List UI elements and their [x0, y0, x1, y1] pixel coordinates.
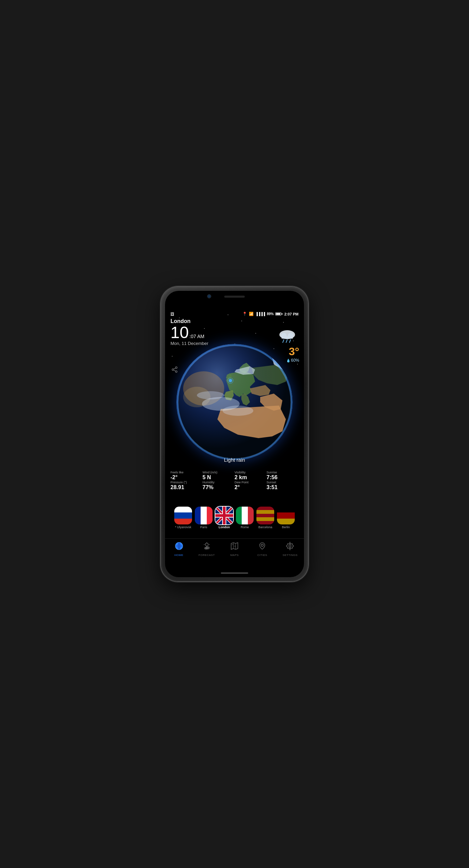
sunrise-label: Sunrise [267, 471, 299, 474]
phone-inner: 🖼 📍 📶 ▐▐▐▐ 89% 2:07 PM [165, 291, 304, 577]
sunrise-value: 7:56 [267, 474, 299, 481]
city-paris-label: Paris [200, 525, 207, 529]
svg-line-4 [283, 340, 284, 343]
status-bar: 🖼 📍 📶 ▐▐▐▐ 89% 2:07 PM [165, 310, 304, 317]
time-small: :07 AM [189, 334, 204, 339]
dew-point-label: Dew Point [234, 481, 267, 484]
city-london-label: London [219, 525, 230, 529]
svg-point-35 [175, 545, 183, 548]
city-berlin[interactable]: Berlin [277, 507, 295, 529]
phone-frame: 🖼 📍 📶 ▐▐▐▐ 89% 2:07 PM [161, 287, 308, 581]
flag-paris [195, 507, 213, 524]
nav-forecast[interactable]: FORECAST [193, 542, 220, 557]
status-right: 📍 📶 ▐▐▐▐ 89% 2:07 PM [242, 312, 299, 316]
settings-icon [286, 542, 294, 553]
weather-top-right: 3° 💧 60% [275, 328, 299, 363]
detail-sunset: Sunset 3:51 [267, 481, 299, 491]
nav-forecast-label: FORECAST [199, 554, 215, 557]
svg-line-5 [286, 340, 287, 343]
detail-feels-like: Feels like -2° [170, 471, 203, 481]
svg-rect-3 [282, 336, 293, 339]
signal-icon: ▐▐▐▐ [255, 312, 265, 316]
city-berlin-label: Berlin [282, 525, 290, 529]
nav-maps-label: MAPS [230, 554, 239, 557]
city-barcelona-label: Barcelona [258, 525, 272, 529]
svg-point-48 [289, 545, 291, 547]
pressure-value: 28.91 [170, 484, 203, 491]
nav-settings-label: SETTINGS [282, 554, 297, 557]
status-left: 🖼 [170, 312, 174, 316]
detail-visibility: Visibility 2 km [234, 471, 267, 481]
home-bar [221, 572, 248, 574]
battery-icon [275, 312, 282, 315]
detail-pressure: Pressure (") 28.91 [170, 481, 203, 491]
flag-london [215, 507, 233, 524]
feels-like-value: -2° [170, 474, 203, 481]
pressure-label: Pressure (") [170, 481, 203, 484]
nav-settings[interactable]: SETTINGS [276, 542, 304, 557]
city-london[interactable]: London [215, 507, 233, 529]
wind-value: 5 N [203, 474, 235, 481]
sunset-value: 3:51 [267, 484, 299, 491]
location-icon: 📍 [242, 312, 247, 316]
svg-point-9 [176, 371, 177, 372]
forecast-icon [202, 542, 211, 553]
weather-condition: Light rain [224, 457, 245, 463]
wifi-icon: 📶 [249, 312, 254, 316]
nav-cities[interactable]: CITIES [249, 542, 276, 557]
nav-home-label: HOME [175, 554, 183, 557]
city-rome[interactable]: Rome [236, 507, 254, 529]
nav-maps[interactable]: MAPS [220, 542, 248, 557]
cities-row: * Ulyanovsk Paris [165, 507, 304, 529]
cities-icon [258, 542, 267, 553]
image-icon: 🖼 [170, 312, 174, 316]
screen: 🖼 📍 📶 ▐▐▐▐ 89% 2:07 PM [165, 310, 304, 560]
visibility-label: Visibility [234, 471, 267, 474]
battery-percent: 89% [267, 312, 274, 316]
city-ulyanovsk[interactable]: * Ulyanovsk [174, 507, 192, 529]
flag-ulyanovsk [174, 507, 192, 524]
city-name: London [170, 318, 299, 324]
humidity-row: 💧 60% [275, 358, 299, 363]
detail-dew-point: Dew Point 2° [234, 481, 267, 491]
drop-icon: 💧 [286, 359, 290, 362]
svg-line-6 [290, 340, 291, 343]
svg-point-8 [172, 369, 174, 371]
humidity-value-detail: 77% [203, 484, 235, 491]
svg-point-43 [204, 547, 208, 550]
cloud-rain-icon [275, 328, 299, 344]
city-barcelona[interactable]: Barcelona [256, 507, 274, 529]
humidity-value: 60% [291, 358, 299, 363]
camera [207, 294, 211, 298]
svg-line-11 [174, 368, 176, 369]
nav-home[interactable]: HOME [165, 542, 193, 557]
flag-berlin [277, 507, 295, 524]
share-button[interactable] [171, 366, 178, 375]
detail-wind: Wind (m/s) 5 N [203, 471, 235, 481]
flag-rome [236, 507, 254, 524]
svg-point-37 [205, 543, 208, 546]
feels-like-label: Feels like [170, 471, 203, 474]
dew-point-value: 2° [234, 484, 267, 491]
speaker [224, 296, 245, 298]
svg-line-10 [174, 370, 176, 371]
detail-sunrise: Sunrise 7:56 [267, 471, 299, 481]
detail-humidity: Humidity 77% [203, 481, 235, 491]
svg-rect-32 [215, 514, 233, 517]
svg-point-47 [261, 544, 264, 547]
svg-point-22 [229, 379, 232, 382]
city-paris[interactable]: Paris [195, 507, 213, 529]
nav-cities-label: CITIES [257, 554, 267, 557]
city-rome-label: Rome [241, 525, 249, 529]
weather-details-grid: Feels like -2° Wind (m/s) 5 N Visibility… [165, 467, 304, 494]
temperature-display: 3° [275, 345, 299, 358]
sunset-label: Sunset [267, 481, 299, 484]
wind-label: Wind (m/s) [203, 471, 235, 474]
time-big: 10 [170, 324, 189, 341]
bottom-navigation: HOME FORECAST [165, 538, 304, 560]
svg-point-7 [176, 367, 177, 369]
visibility-value: 2 km [234, 474, 267, 481]
city-ulyanovsk-label: * Ulyanovsk [175, 525, 191, 529]
home-icon [175, 542, 183, 553]
humidity-label: Humidity [203, 481, 235, 484]
